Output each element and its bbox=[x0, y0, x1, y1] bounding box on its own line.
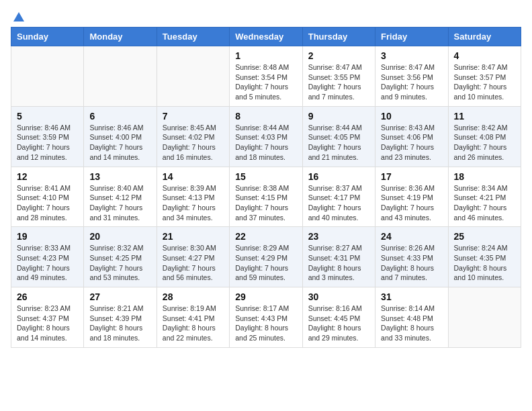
day-number: 27 bbox=[89, 291, 150, 302]
day-info: Sunrise: 8:33 AM Sunset: 4:23 PM Dayligh… bbox=[17, 243, 78, 283]
day-cell-23: 23Sunrise: 8:27 AM Sunset: 4:31 PM Dayli… bbox=[302, 227, 375, 287]
header bbox=[11, 11, 521, 21]
day-cell-12: 12Sunrise: 8:41 AM Sunset: 4:10 PM Dayli… bbox=[11, 167, 84, 227]
day-number: 19 bbox=[17, 231, 78, 242]
logo bbox=[11, 11, 26, 21]
day-info: Sunrise: 8:47 AM Sunset: 3:55 PM Dayligh… bbox=[308, 62, 369, 102]
day-cell-28: 28Sunrise: 8:19 AM Sunset: 4:41 PM Dayli… bbox=[157, 287, 229, 348]
day-info: Sunrise: 8:39 AM Sunset: 4:13 PM Dayligh… bbox=[163, 183, 224, 223]
day-number: 9 bbox=[308, 111, 369, 122]
day-number: 14 bbox=[163, 171, 224, 182]
day-number: 31 bbox=[381, 291, 442, 302]
day-cell-17: 17Sunrise: 8:36 AM Sunset: 4:19 PM Dayli… bbox=[375, 167, 448, 227]
day-cell-22: 22Sunrise: 8:29 AM Sunset: 4:29 PM Dayli… bbox=[230, 227, 302, 287]
empty-cell bbox=[157, 46, 229, 107]
day-cell-8: 8Sunrise: 8:44 AM Sunset: 4:03 PM Daylig… bbox=[230, 106, 302, 167]
day-cell-15: 15Sunrise: 8:38 AM Sunset: 4:15 PM Dayli… bbox=[230, 167, 302, 227]
empty-cell bbox=[11, 46, 84, 107]
week-row-4: 19Sunrise: 8:33 AM Sunset: 4:23 PM Dayli… bbox=[11, 227, 521, 287]
day-number: 21 bbox=[163, 231, 224, 242]
day-info: Sunrise: 8:26 AM Sunset: 4:33 PM Dayligh… bbox=[381, 243, 442, 283]
day-cell-21: 21Sunrise: 8:30 AM Sunset: 4:27 PM Dayli… bbox=[157, 227, 229, 287]
week-row-3: 12Sunrise: 8:41 AM Sunset: 4:10 PM Dayli… bbox=[11, 167, 521, 227]
day-number: 15 bbox=[235, 171, 296, 182]
day-info: Sunrise: 8:30 AM Sunset: 4:27 PM Dayligh… bbox=[163, 243, 224, 283]
day-info: Sunrise: 8:42 AM Sunset: 4:08 PM Dayligh… bbox=[454, 123, 515, 163]
day-info: Sunrise: 8:16 AM Sunset: 4:45 PM Dayligh… bbox=[308, 304, 369, 343]
day-cell-18: 18Sunrise: 8:34 AM Sunset: 4:21 PM Dayli… bbox=[448, 167, 521, 227]
day-cell-26: 26Sunrise: 8:23 AM Sunset: 4:37 PM Dayli… bbox=[11, 287, 84, 348]
day-info: Sunrise: 8:41 AM Sunset: 4:10 PM Dayligh… bbox=[17, 183, 78, 223]
day-number: 5 bbox=[17, 111, 78, 122]
day-cell-14: 14Sunrise: 8:39 AM Sunset: 4:13 PM Dayli… bbox=[157, 167, 229, 227]
day-cell-13: 13Sunrise: 8:40 AM Sunset: 4:12 PM Dayli… bbox=[84, 167, 157, 227]
day-cell-9: 9Sunrise: 8:44 AM Sunset: 4:05 PM Daylig… bbox=[302, 106, 375, 167]
day-info: Sunrise: 8:47 AM Sunset: 3:57 PM Dayligh… bbox=[454, 62, 515, 102]
day-cell-3: 3Sunrise: 8:47 AM Sunset: 3:56 PM Daylig… bbox=[375, 46, 448, 107]
day-number: 22 bbox=[235, 231, 296, 242]
day-number: 20 bbox=[89, 231, 150, 242]
day-number: 23 bbox=[308, 231, 369, 242]
day-cell-2: 2Sunrise: 8:47 AM Sunset: 3:55 PM Daylig… bbox=[302, 46, 375, 107]
day-cell-19: 19Sunrise: 8:33 AM Sunset: 4:23 PM Dayli… bbox=[11, 227, 84, 287]
day-info: Sunrise: 8:44 AM Sunset: 4:03 PM Dayligh… bbox=[235, 123, 296, 163]
day-info: Sunrise: 8:14 AM Sunset: 4:48 PM Dayligh… bbox=[381, 304, 442, 343]
day-number: 28 bbox=[163, 291, 224, 302]
day-cell-24: 24Sunrise: 8:26 AM Sunset: 4:33 PM Dayli… bbox=[375, 227, 448, 287]
day-number: 17 bbox=[381, 171, 442, 182]
day-cell-5: 5Sunrise: 8:46 AM Sunset: 3:59 PM Daylig… bbox=[11, 106, 84, 167]
day-info: Sunrise: 8:40 AM Sunset: 4:12 PM Dayligh… bbox=[89, 183, 150, 223]
day-info: Sunrise: 8:17 AM Sunset: 4:43 PM Dayligh… bbox=[235, 304, 296, 343]
day-number: 3 bbox=[381, 50, 442, 61]
day-number: 18 bbox=[454, 171, 515, 182]
day-info: Sunrise: 8:44 AM Sunset: 4:05 PM Dayligh… bbox=[308, 123, 369, 163]
day-number: 8 bbox=[235, 111, 296, 122]
day-info: Sunrise: 8:45 AM Sunset: 4:02 PM Dayligh… bbox=[163, 123, 224, 163]
day-cell-27: 27Sunrise: 8:21 AM Sunset: 4:39 PM Dayli… bbox=[84, 287, 157, 348]
day-header-thursday: Thursday bbox=[302, 28, 375, 46]
svg-marker-0 bbox=[13, 12, 24, 21]
day-cell-29: 29Sunrise: 8:17 AM Sunset: 4:43 PM Dayli… bbox=[230, 287, 302, 348]
week-row-1: 1Sunrise: 8:48 AM Sunset: 3:54 PM Daylig… bbox=[11, 46, 521, 107]
day-number: 13 bbox=[89, 171, 150, 182]
day-number: 25 bbox=[454, 231, 515, 242]
day-header-wednesday: Wednesday bbox=[230, 28, 302, 46]
day-header-tuesday: Tuesday bbox=[157, 28, 229, 46]
day-info: Sunrise: 8:38 AM Sunset: 4:15 PM Dayligh… bbox=[235, 183, 296, 223]
day-number: 30 bbox=[308, 291, 369, 302]
day-number: 1 bbox=[235, 50, 296, 61]
day-cell-30: 30Sunrise: 8:16 AM Sunset: 4:45 PM Dayli… bbox=[302, 287, 375, 348]
day-header-monday: Monday bbox=[84, 28, 157, 46]
day-number: 4 bbox=[454, 50, 515, 61]
calendar-header-row: SundayMondayTuesdayWednesdayThursdayFrid… bbox=[11, 28, 521, 46]
day-info: Sunrise: 8:48 AM Sunset: 3:54 PM Dayligh… bbox=[235, 62, 296, 102]
day-info: Sunrise: 8:23 AM Sunset: 4:37 PM Dayligh… bbox=[17, 304, 78, 343]
day-cell-20: 20Sunrise: 8:32 AM Sunset: 4:25 PM Dayli… bbox=[84, 227, 157, 287]
calendar: SundayMondayTuesdayWednesdayThursdayFrid… bbox=[11, 27, 521, 348]
day-cell-11: 11Sunrise: 8:42 AM Sunset: 4:08 PM Dayli… bbox=[448, 106, 521, 167]
day-cell-31: 31Sunrise: 8:14 AM Sunset: 4:48 PM Dayli… bbox=[375, 287, 448, 348]
day-number: 12 bbox=[17, 171, 78, 182]
day-info: Sunrise: 8:29 AM Sunset: 4:29 PM Dayligh… bbox=[235, 243, 296, 283]
day-info: Sunrise: 8:36 AM Sunset: 4:19 PM Dayligh… bbox=[381, 183, 442, 223]
day-number: 7 bbox=[163, 111, 224, 122]
day-number: 6 bbox=[89, 111, 150, 122]
day-header-friday: Friday bbox=[375, 28, 448, 46]
day-header-saturday: Saturday bbox=[448, 28, 521, 46]
day-number: 10 bbox=[381, 111, 442, 122]
day-info: Sunrise: 8:43 AM Sunset: 4:06 PM Dayligh… bbox=[381, 123, 442, 163]
day-number: 24 bbox=[381, 231, 442, 242]
day-cell-25: 25Sunrise: 8:24 AM Sunset: 4:35 PM Dayli… bbox=[448, 227, 521, 287]
day-number: 11 bbox=[454, 111, 515, 122]
day-info: Sunrise: 8:46 AM Sunset: 3:59 PM Dayligh… bbox=[17, 123, 78, 163]
day-info: Sunrise: 8:46 AM Sunset: 4:00 PM Dayligh… bbox=[89, 123, 150, 163]
day-info: Sunrise: 8:47 AM Sunset: 3:56 PM Dayligh… bbox=[381, 62, 442, 102]
day-header-sunday: Sunday bbox=[11, 28, 84, 46]
day-number: 26 bbox=[17, 291, 78, 302]
day-info: Sunrise: 8:21 AM Sunset: 4:39 PM Dayligh… bbox=[89, 304, 150, 343]
empty-cell bbox=[448, 287, 521, 348]
day-number: 29 bbox=[235, 291, 296, 302]
day-cell-6: 6Sunrise: 8:46 AM Sunset: 4:00 PM Daylig… bbox=[84, 106, 157, 167]
day-number: 16 bbox=[308, 171, 369, 182]
day-number: 2 bbox=[308, 50, 369, 61]
